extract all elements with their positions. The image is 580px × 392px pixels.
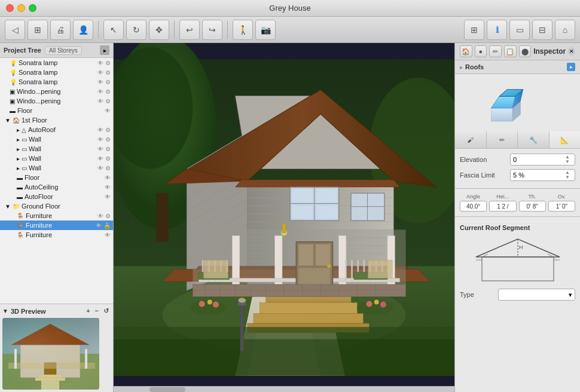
tab4-icon: 📐 [560, 136, 569, 144]
tree-item-wall1[interactable]: ▸ ▭ Wall 👁 ⚙ [0, 134, 113, 144]
tree-item-autoroof[interactable]: ▸ △ AutoRoof 👁 ⚙ [0, 125, 113, 134]
inspector-close-btn[interactable]: ✕ [568, 47, 575, 56]
tool-arrange[interactable]: ⊞ [28, 20, 48, 40]
inspector-tab-1[interactable]: 🖌 [455, 131, 487, 148]
center-3d-view[interactable] [114, 43, 454, 392]
tree-label: Wall [29, 155, 96, 162]
inspector-building-btn[interactable]: 🏠 [460, 45, 472, 57]
svg-rect-51 [316, 189, 337, 202]
elevation-input[interactable]: 0 ▲ ▼ [510, 154, 575, 166]
tree-item-sonatra2[interactable]: 💡 Sonatra lamp 👁 ⚙ [0, 68, 113, 77]
tree-item-furniture3[interactable]: 🪑 Furniture 👁 [0, 230, 113, 240]
tree-item-autofloor[interactable]: ▬ AutoFloor 👁 [0, 192, 113, 201]
svg-text:H: H [519, 244, 523, 250]
tree-item-autoceiling[interactable]: ▬ AutoCeiling 👁 [0, 182, 113, 192]
close-button[interactable] [6, 4, 14, 12]
floor2-icon: ▬ [17, 194, 23, 200]
visibility-icon: 👁 ⚙ [97, 127, 111, 133]
tool-view2d[interactable]: ▭ [509, 20, 530, 40]
svg-rect-118 [282, 223, 286, 232]
inspector-edit-btn[interactable]: ✏ [489, 45, 502, 57]
roof-type-select[interactable]: ▾ [498, 289, 575, 301]
svg-marker-122 [491, 108, 512, 121]
zoom-out-btn[interactable]: − [93, 307, 100, 316]
inspector-tab-2[interactable]: ✏ [487, 131, 518, 148]
tool-person[interactable]: 👤 [73, 20, 93, 40]
height-value[interactable]: 1 2 / [489, 201, 516, 212]
inspector-divider-2 [455, 216, 580, 217]
furniture-icon: 🪑 [17, 232, 24, 238]
svg-marker-126 [491, 96, 515, 108]
inspector-header: 🏠 ● ✏ 📋 ⬤ Inspector ✕ [455, 43, 580, 60]
zoom-in-btn[interactable]: + [84, 307, 91, 316]
fascia-input[interactable]: 5 % ▲ ▼ [510, 169, 575, 181]
tree-item-wall4[interactable]: ▸ ▭ Wall 👁 ⚙ [0, 163, 113, 173]
tree-item-furniture1[interactable]: 🪑 Furniture 👁 ⚙ [0, 211, 113, 220]
svg-rect-85 [368, 260, 392, 278]
inspector-tab-3[interactable]: 🔧 [518, 131, 550, 148]
inspector-info-btn[interactable]: 📋 [504, 45, 517, 57]
fascia-label: Fascia Limit [460, 172, 508, 179]
inspector-tab-4[interactable]: 📐 [550, 131, 581, 148]
tool-redo[interactable]: ↪ [202, 20, 222, 40]
tool-select[interactable]: ↖ [103, 20, 124, 40]
tool-back[interactable]: ◁ [5, 20, 25, 40]
overhang-value[interactable]: 1' 0" [548, 201, 575, 212]
overhang-label: Ov. [548, 194, 575, 200]
thickness-value[interactable]: 0' 8" [519, 201, 546, 212]
roof-type-row: Type ▾ [460, 289, 575, 301]
tree-item-furniture2[interactable]: 🪑 Furniture 👁 🔒 [0, 220, 113, 230]
angle-value[interactable]: 40.0° [460, 201, 487, 212]
grid-field-thickness: Th. 0' 8" [519, 194, 546, 212]
inspector-section-header[interactable]: ▸ Roofs ▸ [455, 60, 580, 74]
tool-camera[interactable]: 📷 [255, 20, 276, 40]
window-icon: ▣ [10, 98, 15, 105]
tool-print[interactable]: 🖨 [50, 20, 71, 40]
tab1-icon: 🖌 [467, 136, 474, 143]
preview-thumbnail[interactable] [2, 318, 99, 390]
project-tree-header: Project Tree All Storeys ▸ [0, 43, 113, 58]
floor-group-icon: 📁 [13, 203, 20, 210]
visibility-icon: 👁 ⚙ [97, 213, 111, 219]
inspector-material-btn[interactable]: ● [475, 45, 487, 57]
tree-item-wall2[interactable]: ▸ ▭ Wall 👁 ⚙ [0, 144, 113, 154]
svg-point-121 [239, 298, 246, 302]
maximize-button[interactable] [29, 4, 36, 12]
tree-item-window1[interactable]: ▣ Windo...pening 👁 ⚙ [0, 87, 113, 96]
tool-rotate-view[interactable]: ↻ [126, 20, 146, 40]
tree-label: Furniture [26, 212, 96, 219]
inspector-fields: Elevation 0 ▲ ▼ Fascia Limit 5 % ▲ ▼ [455, 149, 580, 186]
tool-pan[interactable]: ✥ [149, 20, 169, 40]
svg-rect-61 [275, 236, 282, 291]
tree-item-groundfloor[interactable]: ▼ 📁 Ground Floor [0, 201, 113, 211]
all-storeys-btn[interactable]: All Storeys [45, 46, 82, 55]
tree-label: Windo...pening [17, 88, 96, 95]
tree-item-sonatra1[interactable]: 💡 Sonatra lamp 👁 ⚙ [0, 58, 113, 68]
tree-item-floor1[interactable]: ▬ Floor 👁 [0, 106, 113, 115]
tool-walk[interactable]: 🚶 [233, 20, 253, 40]
tool-view3d[interactable]: ⊟ [532, 20, 552, 40]
tree-item-wall3[interactable]: ▸ ▭ Wall 👁 ⚙ [0, 154, 113, 163]
panel-collapse-btn[interactable]: ▸ [100, 45, 109, 55]
fascia-down-btn[interactable]: ▼ [565, 175, 572, 180]
horizontal-scrollbar[interactable] [114, 386, 454, 392]
elevation-down-btn[interactable]: ▼ [565, 160, 572, 164]
current-roof-title: Current Roof Segment [460, 224, 575, 231]
tree-item-1stfloor[interactable]: ▼ 🏠 1st Floor [0, 115, 113, 125]
fascia-stepper[interactable]: ▲ ▼ [565, 170, 572, 180]
visibility-icon: 👁 ⚙ [97, 79, 111, 85]
refresh-btn[interactable]: ↺ [102, 307, 111, 316]
tool-home[interactable]: ⌂ [555, 20, 575, 40]
tree-item-sonatra3[interactable]: 💡 Sonatra lamp 👁 ⚙ [0, 77, 113, 87]
elevation-stepper[interactable]: ▲ ▼ [565, 155, 572, 164]
minimize-button[interactable] [17, 4, 25, 12]
svg-rect-80 [298, 244, 313, 266]
inspector-color-btn[interactable]: ⬤ [519, 45, 532, 57]
scrollbar-thumb[interactable] [149, 387, 185, 392]
tool-undo[interactable]: ↩ [179, 20, 200, 40]
tree-item-window2[interactable]: ▣ Windo...pening 👁 ⚙ [0, 96, 113, 106]
tree-item-floor2[interactable]: ▬ Floor 👁 [0, 173, 113, 182]
camera-icon: 📷 [261, 25, 271, 35]
tool-info[interactable]: ℹ [487, 20, 507, 40]
tool-layers[interactable]: ⊞ [464, 20, 484, 40]
